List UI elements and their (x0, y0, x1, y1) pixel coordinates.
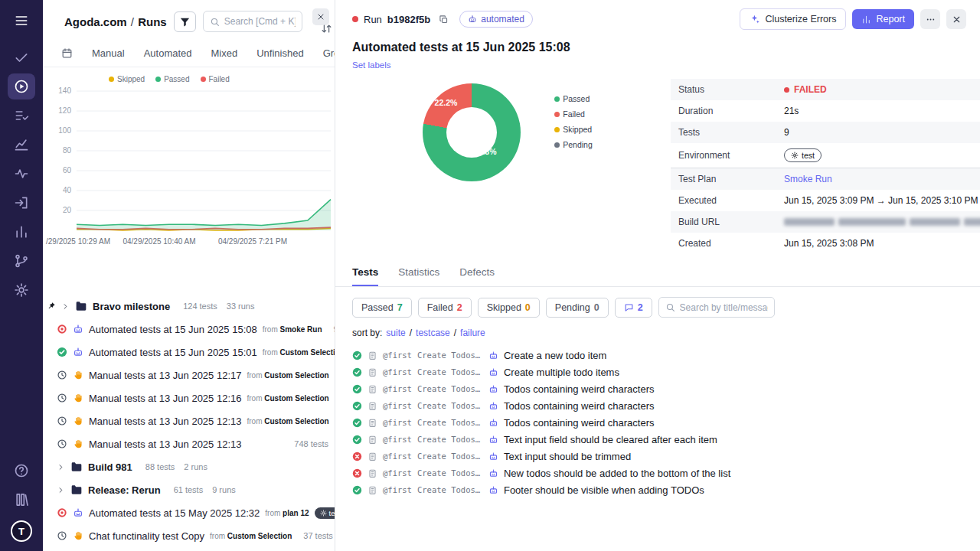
expand-caret-icon[interactable] (57, 486, 65, 494)
copy-run-id-button[interactable] (436, 11, 451, 27)
clusterize-errors-button[interactable]: Clusterize Errors (740, 8, 846, 30)
run-row[interactable]: Automated tests at 15 Jun 2025 15:08from… (43, 318, 335, 341)
close-run-button[interactable] (946, 9, 966, 29)
environment-badge[interactable]: test (784, 148, 822, 162)
run-name: Manual tests at 13 Jun 2025 12:17 (89, 370, 241, 381)
run-row[interactable]: Manual tests at 13 Jun 2025 12:16from Cu… (43, 386, 335, 409)
runs-tab-automated[interactable]: Automated (144, 47, 192, 59)
runs-tab-mixed[interactable]: Mixed (211, 47, 238, 59)
sort-by-failure[interactable]: failure (460, 328, 485, 338)
testcase-icon[interactable] (368, 350, 377, 360)
tab-tests[interactable]: Tests (352, 266, 378, 286)
set-labels-link[interactable]: Set labels (352, 60, 391, 70)
sidebar-reports-button[interactable] (8, 219, 35, 245)
testcase-icon[interactable] (368, 452, 377, 461)
expand-caret-icon[interactable] (61, 302, 70, 311)
comments-filter-button[interactable]: 2 (615, 298, 652, 318)
menu-icon[interactable] (8, 8, 35, 34)
test-row[interactable]: @firstCreate Todos…Create multiple todo … (352, 364, 963, 380)
runs-search[interactable] (203, 11, 302, 32)
testcase-icon[interactable] (368, 418, 377, 428)
tests-search-input[interactable] (680, 302, 768, 313)
runs-filter-tabs: ManualAutomatedMixedUnfinishedGroups (43, 40, 335, 67)
test-row[interactable]: @firstCreate Todos…Create a new todo ite… (352, 347, 963, 364)
runs-tab-manual[interactable]: Manual (92, 47, 125, 59)
run-row[interactable]: Manual tests at 13 Jun 2025 12:13from Cu… (43, 409, 335, 432)
run-row[interactable]: Manual tests at 13 Jun 2025 12:13748 tes… (43, 432, 335, 455)
filter-passed-button[interactable]: Passed 7 (352, 298, 412, 318)
run-row[interactable]: Manual tests at 13 Jun 2025 12:17from Cu… (43, 364, 335, 386)
app-logo[interactable]: T (11, 520, 32, 542)
filter-skipped-button[interactable]: Skipped 0 (478, 298, 540, 318)
runs-tab-groups[interactable]: Groups (323, 47, 335, 59)
copy-icon (439, 15, 449, 24)
breadcrumb: Agoda.com / Runs (64, 15, 167, 28)
legend-dot (201, 77, 206, 82)
testcase-icon[interactable] (368, 367, 377, 377)
legend-passed[interactable]: Passed (155, 75, 189, 83)
legend-dot (109, 77, 114, 82)
sidebar-import-button[interactable] (8, 190, 35, 216)
legend-failed[interactable]: Failed (201, 75, 230, 83)
run-row[interactable]: Automated tests at 15 Jun 2025 15:01from… (43, 341, 335, 364)
gear-icon (791, 152, 799, 159)
tests-search[interactable] (658, 297, 775, 318)
filter-failed-button[interactable]: Failed 2 (418, 298, 472, 318)
testcase-icon[interactable] (368, 435, 377, 445)
test-plan-link[interactable]: Smoke Run (784, 174, 832, 184)
test-row[interactable]: @firstCreate Todos…Text input should be … (352, 448, 963, 465)
sidebar-plans-button[interactable] (8, 103, 35, 129)
failed-status-icon (352, 452, 362, 461)
sort-order-icon[interactable] (321, 23, 332, 34)
sidebar-runs-button[interactable] (8, 73, 35, 99)
folder-meta: 124 tests33 runs (183, 302, 254, 311)
runs-tab-unfinished[interactable]: Unfinished (256, 47, 303, 59)
runs-search-input[interactable] (224, 16, 296, 27)
run-folder-row[interactable]: Build 98188 tests2 runs (43, 455, 335, 478)
sort-by-suite[interactable]: suite (386, 328, 405, 338)
project-name[interactable]: Agoda.com (64, 15, 127, 28)
robot-icon (488, 452, 498, 461)
tab-statistics[interactable]: Statistics (398, 266, 439, 286)
testcase-icon[interactable] (368, 401, 377, 411)
results-donut-chart: 77.8% 22.2% (423, 83, 521, 181)
test-row[interactable]: @firstCreate Todos…Todos containing weir… (352, 414, 963, 431)
test-row[interactable]: @firstCreate Todos…Footer should be visi… (352, 481, 963, 498)
chart-line-icon (14, 137, 29, 152)
sidebar-tests-button[interactable] (8, 44, 35, 70)
test-suite: Create Todos… (417, 367, 483, 377)
run-row[interactable]: Automated tests at 15 May 2025 12:32from… (43, 501, 335, 524)
sidebar-analytics-button[interactable] (8, 132, 35, 158)
automated-badge[interactable]: automated (459, 11, 533, 28)
test-suite: Create Todos… (417, 435, 483, 444)
test-row[interactable]: @firstCreate Todos…New todos should be a… (352, 465, 963, 481)
sidebar-settings-button[interactable] (8, 277, 35, 303)
sidebar-help-button[interactable] (8, 458, 35, 484)
filter-button[interactable] (174, 11, 196, 32)
view-mode-icon[interactable] (61, 47, 73, 59)
testcase-icon[interactable] (368, 468, 377, 478)
sidebar-branches-button[interactable] (8, 248, 35, 274)
sidebar-activity-button[interactable] (8, 161, 35, 187)
test-row[interactable]: @firstCreate Todos…Todos containing weir… (352, 380, 963, 397)
tab-defects[interactable]: Defects (459, 266, 495, 286)
run-row[interactable]: Chat functinality test Copyfrom Custom S… (43, 524, 335, 547)
legend-skipped[interactable]: Skipped (109, 75, 145, 83)
donut-legend: PassedFailedSkippedPending (554, 83, 593, 254)
test-row[interactable]: @firstCreate Todos…Todos containing weir… (352, 397, 963, 414)
sidebar-docs-button[interactable] (8, 487, 35, 513)
sort-by-testcase[interactable]: testcase (416, 328, 450, 338)
filter-pending-button[interactable]: Pending 0 (546, 298, 609, 318)
test-title: Todos containing weird characters (504, 417, 655, 429)
more-button[interactable] (920, 9, 940, 29)
run-folder-row[interactable]: Bravo milestone124 tests33 runs (43, 295, 335, 318)
donut-zone: 77.8% 22.2% PassedFailedSkippedPending (352, 79, 663, 254)
info-row: Test PlanSmoke Run (671, 168, 980, 190)
test-row[interactable]: @firstCreate Todos…Text input field shou… (352, 431, 963, 448)
expand-caret-icon[interactable] (57, 463, 65, 471)
folder-name: Build 981 (88, 461, 132, 473)
testcase-icon[interactable] (368, 384, 377, 394)
run-folder-row[interactable]: Release: Rerun61 tests9 runs (43, 478, 335, 501)
report-button[interactable]: Report (852, 9, 914, 29)
testcase-icon[interactable] (368, 485, 377, 495)
